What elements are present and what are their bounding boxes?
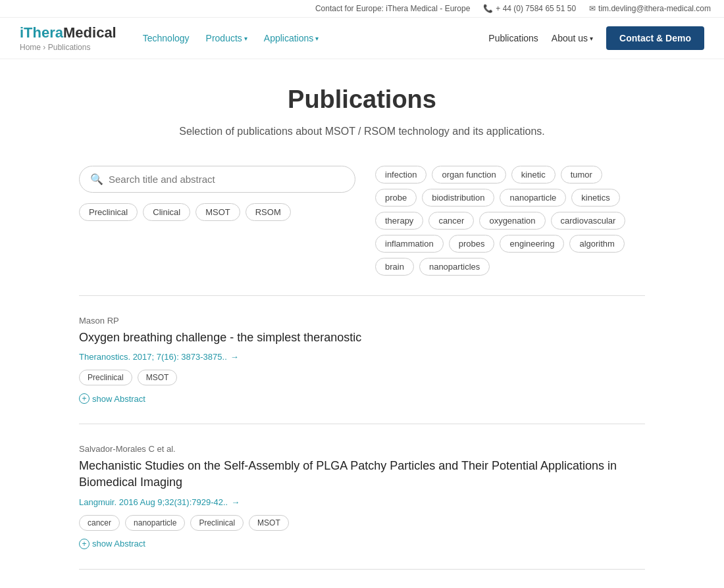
show-abstract-button[interactable]: + show Abstract	[79, 539, 645, 549]
page-subtitle: Selection of publications about MSOT / R…	[79, 124, 645, 139]
nav-technology[interactable]: Technology	[136, 29, 196, 47]
search-filter-row: 🔍 Preclinical Clinical MSOT RSOM infecti…	[79, 166, 645, 276]
email-address: tim.devling@ithera-medical.com	[598, 4, 711, 13]
filter-tag-rsom[interactable]: RSOM	[246, 203, 291, 221]
pub-journal-text: Langmuir. 2016 Aug 9;32(31):7929-42..	[79, 497, 228, 507]
about-chevron-icon: ▾	[590, 35, 593, 42]
phone-number: + 44 (0) 7584 65 51 50	[496, 4, 576, 13]
pub-journal-link[interactable]: Theranostics. 2017; 7(16): 3873-3875.. →	[79, 352, 239, 362]
circle-plus-icon: +	[79, 393, 90, 404]
publication-item: Wang S et al. Metal-Organic-Framework-De…	[79, 570, 645, 588]
publication-item: Salvador-Morales C et al. Mechanistic St…	[79, 424, 645, 569]
pub-tag: MSOT	[138, 370, 178, 385]
pub-tag: Preclinical	[79, 370, 132, 385]
show-abstract-label: show Abstract	[92, 394, 145, 404]
filter-tag-clinical[interactable]: Clinical	[143, 203, 190, 221]
pub-title: Mechanistic Studies on the Self-Assembly…	[79, 458, 645, 491]
pub-journal-text: Theranostics. 2017; 7(16): 3873-3875..	[79, 352, 227, 362]
keyword-algorithm[interactable]: algorithm	[569, 235, 624, 253]
search-section: 🔍 Preclinical Clinical MSOT RSOM	[79, 166, 355, 221]
search-icon: 🔍	[90, 173, 103, 185]
page-title: Publications	[79, 86, 645, 114]
phone-info: 📞 + 44 (0) 7584 65 51 50	[483, 4, 576, 13]
logo[interactable]: iTheraMedical Home › Publications	[20, 24, 116, 52]
search-input[interactable]	[109, 174, 344, 185]
pub-author: Salvador-Morales C et al.	[79, 444, 645, 454]
breadcrumb-sep: ›	[43, 43, 45, 52]
publication-item: Mason RP Oxygen breathing challenge - th…	[79, 296, 645, 424]
filter-tags: Preclinical Clinical MSOT RSOM	[79, 203, 355, 221]
pub-tags: Preclinical MSOT	[79, 370, 645, 385]
pub-author: Mason RP	[79, 316, 645, 326]
keyword-kinetics[interactable]: kinetics	[571, 189, 619, 207]
pub-journal-link[interactable]: Langmuir. 2016 Aug 9;32(31):7929-42.. →	[79, 497, 240, 507]
show-abstract-label: show Abstract	[92, 539, 145, 549]
logo-ithera: iThera	[20, 24, 63, 41]
nav-about[interactable]: About us ▾	[552, 33, 593, 43]
keyword-inflammation[interactable]: inflammation	[375, 235, 444, 253]
email-info: ✉ tim.devling@ithera-medical.com	[589, 4, 711, 13]
applications-chevron-icon: ▾	[315, 35, 319, 42]
main-content: Publications Selection of publications a…	[66, 59, 658, 588]
breadcrumb-current: Publications	[48, 43, 91, 52]
nav-right: Publications About us ▾ Contact & Demo	[488, 26, 704, 50]
products-chevron-icon: ▾	[244, 35, 247, 42]
logo-medical: Medical	[63, 24, 116, 41]
email-icon: ✉	[589, 4, 596, 13]
keyword-cardiovascular[interactable]: cardiovascular	[551, 212, 626, 230]
keyword-tumor[interactable]: tumor	[561, 166, 602, 184]
keyword-organ-function[interactable]: organ function	[432, 166, 505, 184]
pub-tag: nanoparticle	[125, 515, 185, 531]
phone-icon: 📞	[483, 4, 493, 13]
contact-demo-button[interactable]: Contact & Demo	[606, 26, 704, 50]
contact-label: Contact for Europe: iThera Medical - Eur…	[315, 4, 470, 13]
keyword-nanoparticles[interactable]: nanoparticles	[419, 258, 490, 276]
keyword-probes[interactable]: probes	[449, 235, 495, 253]
keyword-cloud: infection organ function kinetic tumor p…	[375, 166, 645, 276]
keyword-engineering[interactable]: engineering	[500, 235, 564, 253]
filter-tag-msot[interactable]: MSOT	[195, 203, 240, 221]
pub-tag: cancer	[79, 515, 120, 531]
keyword-biodistribution[interactable]: biodistribution	[422, 189, 494, 207]
circle-plus-icon: +	[79, 539, 90, 549]
pub-title: Oxygen breathing challenge - the simples…	[79, 330, 645, 346]
pub-journal-arrow: →	[230, 352, 239, 362]
keyword-brain[interactable]: brain	[375, 258, 414, 276]
nav-publications[interactable]: Publications	[488, 33, 538, 43]
navbar: iTheraMedical Home › Publications Techno…	[0, 18, 724, 59]
keyword-probe[interactable]: probe	[375, 189, 417, 207]
show-abstract-button[interactable]: + show Abstract	[79, 393, 645, 404]
nav-links: Technology Products ▾ Applications ▾	[136, 29, 489, 47]
nav-products[interactable]: Products ▾	[199, 29, 254, 47]
keyword-cancer[interactable]: cancer	[428, 212, 474, 230]
search-box[interactable]: 🔍	[79, 166, 355, 193]
keyword-oxygenation[interactable]: oxygenation	[479, 212, 545, 230]
keyword-kinetic[interactable]: kinetic	[511, 166, 556, 184]
breadcrumb-home[interactable]: Home	[20, 43, 41, 52]
filter-tag-preclinical[interactable]: Preclinical	[79, 203, 138, 221]
pub-tag: MSOT	[249, 515, 289, 531]
keyword-infection[interactable]: infection	[375, 166, 427, 184]
pub-journal-arrow: →	[231, 497, 240, 507]
publications-list: Mason RP Oxygen breathing challenge - th…	[79, 295, 645, 588]
pub-tags: cancer nanoparticle Preclinical MSOT	[79, 515, 645, 531]
keyword-nanoparticle[interactable]: nanoparticle	[500, 189, 566, 207]
top-bar: Contact for Europe: iThera Medical - Eur…	[0, 0, 724, 18]
nav-applications[interactable]: Applications ▾	[257, 29, 326, 47]
breadcrumb: Home › Publications	[20, 43, 116, 52]
pub-tag: Preclinical	[190, 515, 244, 531]
keyword-therapy[interactable]: therapy	[375, 212, 423, 230]
